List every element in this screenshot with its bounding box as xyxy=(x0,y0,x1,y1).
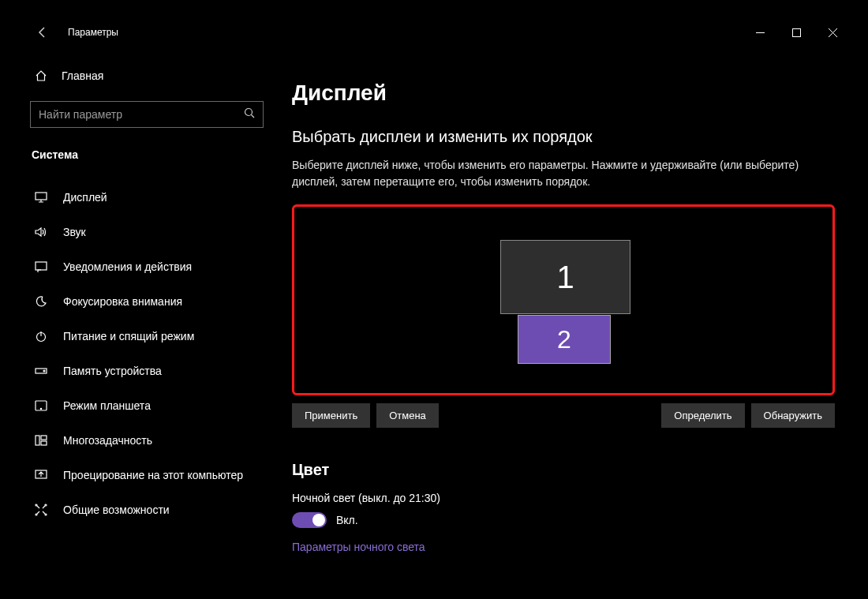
svg-point-6 xyxy=(43,370,45,372)
svg-rect-3 xyxy=(36,262,47,270)
sidebar-item-label: Питание и спящий режим xyxy=(63,330,194,343)
sidebar-item-multitask[interactable]: Многозадачность xyxy=(30,423,270,458)
display-arrangement-area[interactable]: 1 2 xyxy=(292,204,835,395)
minimize-button[interactable] xyxy=(742,20,778,45)
night-light-settings-link[interactable]: Параметры ночного света xyxy=(292,541,829,553)
svg-rect-10 xyxy=(41,436,47,440)
sidebar-item-display[interactable]: Дисплей xyxy=(30,180,270,215)
sidebar-item-shared[interactable]: Общие возможности xyxy=(30,492,270,527)
sidebar-item-label: Фокусировка внимания xyxy=(63,295,182,308)
sidebar-item-label: Общие возможности xyxy=(63,504,170,516)
projecting-icon xyxy=(33,470,49,481)
svg-point-15 xyxy=(36,514,37,515)
sidebar-item-notifications[interactable]: Уведомления и действия xyxy=(30,249,270,284)
search-icon xyxy=(244,107,255,122)
sidebar-item-label: Память устройства xyxy=(63,365,162,377)
back-button[interactable] xyxy=(32,21,54,43)
toggle-state-label: Вкл. xyxy=(336,514,358,526)
sidebar-item-focus[interactable]: Фокусировка внимания xyxy=(30,284,270,319)
svg-rect-9 xyxy=(36,436,39,445)
sidebar-item-label: Звук xyxy=(63,226,86,238)
svg-point-13 xyxy=(36,504,37,506)
svg-rect-11 xyxy=(41,441,47,445)
search-box[interactable] xyxy=(30,101,264,128)
night-light-label: Ночной свет (выкл. до 21:30) xyxy=(292,492,829,504)
cancel-button[interactable]: Отмена xyxy=(376,403,439,428)
multitask-icon xyxy=(33,435,49,446)
page-title: Дисплей xyxy=(292,80,829,106)
svg-point-1 xyxy=(245,109,253,116)
storage-icon xyxy=(33,366,49,376)
night-light-toggle[interactable] xyxy=(292,512,327,528)
identify-button[interactable]: Определить xyxy=(661,403,744,428)
detect-button[interactable]: Обнаружить xyxy=(751,403,835,428)
sidebar-item-label: Проецирование на этот компьютер xyxy=(63,469,243,481)
sidebar-item-label: Режим планшета xyxy=(63,399,151,412)
svg-point-16 xyxy=(45,514,47,515)
sidebar-item-label: Уведомления и действия xyxy=(63,260,192,273)
sidebar-item-projecting[interactable]: Проецирование на этот компьютер xyxy=(30,458,270,492)
arrange-description: Выберите дисплей ниже, чтобы изменить ег… xyxy=(292,157,813,190)
search-input[interactable] xyxy=(39,108,244,121)
svg-rect-2 xyxy=(36,193,47,200)
monitor-2[interactable]: 2 xyxy=(518,315,611,364)
tablet-icon xyxy=(33,400,49,411)
notifications-icon xyxy=(33,261,49,272)
close-button[interactable] xyxy=(814,20,851,45)
sidebar-item-storage[interactable]: Память устройства xyxy=(30,354,270,388)
arrange-title: Выбрать дисплеи и изменить их порядок xyxy=(292,128,829,146)
home-label: Главная xyxy=(62,69,103,82)
color-section-title: Цвет xyxy=(292,461,829,479)
sidebar-item-label: Многозадачность xyxy=(63,434,152,447)
window-title: Параметры xyxy=(68,27,118,38)
category-label: Система xyxy=(30,144,270,166)
sidebar-item-label: Дисплей xyxy=(63,191,107,204)
sidebar-item-power[interactable]: Питание и спящий режим xyxy=(30,319,270,354)
maximize-button[interactable] xyxy=(778,20,814,45)
svg-rect-0 xyxy=(792,28,800,36)
sidebar-item-sound[interactable]: Звук xyxy=(30,215,270,249)
toggle-knob xyxy=(312,514,325,526)
svg-point-8 xyxy=(40,408,41,409)
display-icon xyxy=(33,192,49,203)
home-icon xyxy=(33,69,49,82)
monitor-1[interactable]: 1 xyxy=(500,240,630,314)
focus-icon xyxy=(33,295,49,308)
sound-icon xyxy=(33,226,49,238)
shared-icon xyxy=(33,504,49,516)
power-icon xyxy=(33,330,49,343)
home-link[interactable]: Главная xyxy=(30,62,270,90)
svg-point-14 xyxy=(45,504,47,506)
apply-button[interactable]: Применить xyxy=(292,403,370,428)
sidebar-item-tablet[interactable]: Режим планшета xyxy=(30,388,270,423)
